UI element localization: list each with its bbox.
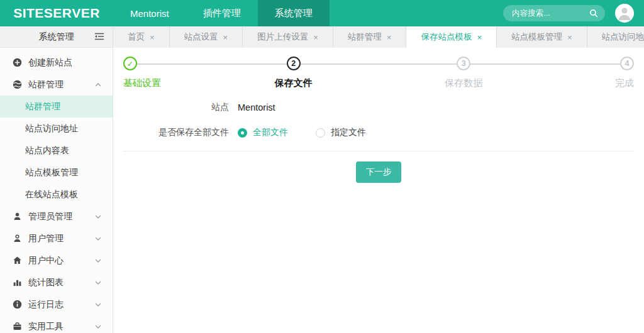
chevron-down-icon: [95, 259, 101, 263]
app-window: SITESERVER Mentorist 插件管理 系统管理: [0, 0, 644, 333]
sidebar-item-label: 运行日志: [28, 299, 64, 310]
sidebar-subitem-template-manage[interactable]: 站点模板管理: [0, 161, 113, 183]
content-search: [503, 5, 605, 21]
chevron-up-icon: [95, 83, 101, 87]
sidebar-item-label: 管理员管理: [28, 211, 72, 222]
chevron-down-icon: [95, 281, 101, 285]
close-icon[interactable]: ×: [387, 33, 392, 42]
nav-item-label: 系统管理: [275, 8, 313, 19]
sidebar-header: 系统管理: [0, 26, 113, 48]
sidebar-subitem-online-templates[interactable]: 在线站点模板: [0, 183, 113, 205]
radio-all-files[interactable]: 全部文件: [238, 127, 288, 138]
close-icon[interactable]: ×: [477, 33, 482, 42]
radio-checked-icon[interactable]: [238, 128, 247, 138]
page-content: ✓ 2 3 4 基础设置 保存文件 保存数据 完成 站点 Mentorist 是…: [113, 48, 644, 333]
tab-bar: 首页 × 站点设置 × 图片上传设置 × 站群管理 × 保存站点模板 ×: [113, 26, 644, 48]
sidebar-item-user-manage[interactable]: 用户管理: [0, 227, 113, 249]
chevron-down-icon: [95, 325, 101, 329]
sidebar-item-user-center[interactable]: 用户中心: [0, 249, 113, 271]
content-column: 首页 × 站点设置 × 图片上传设置 × 站群管理 × 保存站点模板 ×: [113, 26, 644, 333]
tab-site-group[interactable]: 站群管理 ×: [333, 26, 407, 48]
nav-item-plugins[interactable]: 插件管理: [186, 0, 258, 26]
radio-all-files-label: 全部文件: [253, 127, 288, 138]
sidebar-item-create-site[interactable]: 创建新站点: [0, 52, 113, 74]
collapse-sidebar-icon[interactable]: [94, 32, 104, 41]
site-label: 站点: [123, 102, 238, 113]
sidebar-subitem-site-group[interactable]: 站群管理: [0, 96, 113, 117]
form-row-save-all: 是否保存全部文件 全部文件 指定文件: [123, 119, 634, 146]
radio-unchecked-icon[interactable]: [316, 128, 325, 138]
sidebar-subitem-label: 站点访问地址: [25, 123, 78, 134]
top-nav: Mentorist 插件管理 系统管理: [113, 0, 330, 26]
tab-home[interactable]: 首页 ×: [113, 26, 170, 48]
sidebar-item-label: 创建新站点: [28, 57, 72, 68]
step-2-circle: 2: [287, 57, 301, 70]
sidebar-item-statistics[interactable]: 统计图表: [0, 271, 113, 293]
sidebar-subitem-label: 站点模板管理: [25, 167, 78, 178]
topbar: SITESERVER Mentorist 插件管理 系统管理: [0, 0, 644, 26]
chevron-down-icon: [95, 303, 101, 307]
tab-save-site-template[interactable]: 保存站点模板 ×: [406, 26, 497, 48]
user-avatar[interactable]: [615, 4, 634, 23]
tab-label: 首页: [128, 31, 145, 43]
nav-item-label: Mentorist: [130, 8, 169, 19]
form-row-site: 站点 Mentorist: [123, 96, 634, 119]
sidebar-subitem-label: 在线站点模板: [25, 189, 78, 200]
sidebar-subitem-site-urls[interactable]: 站点访问地址: [0, 117, 113, 139]
siteserver-logo: SITESERVER: [0, 6, 113, 21]
close-icon[interactable]: ×: [150, 33, 155, 42]
next-step-button[interactable]: 下一步: [356, 161, 402, 183]
step-4-circle: 4: [620, 57, 634, 70]
home-icon: [13, 256, 23, 265]
tab-label: 站点设置: [184, 31, 218, 43]
sidebar-subitem-label: 站点内容表: [25, 145, 69, 156]
step-4-label: 完成: [615, 77, 634, 89]
user-icon: [13, 234, 23, 243]
sidebar-menu: 创建新站点 站群管理 站群管理 站点访问地址: [0, 48, 113, 333]
search-icon[interactable]: [589, 9, 598, 18]
globe-icon: [13, 80, 23, 89]
tab-label: 站群管理: [348, 31, 382, 43]
briefcase-icon: [13, 322, 23, 331]
sidebar-item-label: 用户管理: [28, 233, 64, 244]
tab-label: 保存站点模板: [421, 31, 472, 43]
radio-specified-files-label: 指定文件: [331, 127, 366, 138]
sidebar-subitem-content-tables[interactable]: 站点内容表: [0, 139, 113, 161]
topbar-right: [503, 4, 644, 23]
tab-site-urls[interactable]: 站点访问地址 ×: [587, 26, 644, 48]
nav-item-label: 插件管理: [203, 8, 241, 19]
info-circle-icon: [13, 300, 23, 309]
plus-circle-icon: [13, 58, 23, 67]
sidebar: 系统管理 创建新站点 站群管理: [0, 26, 113, 333]
step-3-circle: 3: [457, 57, 470, 70]
content-divider: [123, 151, 634, 151]
site-value: Mentorist: [238, 102, 275, 112]
step-1-check-icon: ✓: [123, 57, 137, 70]
step-3-label: 保存数据: [445, 77, 482, 89]
tab-site-template-manage[interactable]: 站点模板管理 ×: [497, 26, 587, 48]
nav-item-system[interactable]: 系统管理: [258, 0, 330, 26]
close-icon[interactable]: ×: [567, 33, 572, 42]
stepper-line: [128, 63, 629, 65]
tab-image-upload-settings[interactable]: 图片上传设置 ×: [243, 26, 333, 48]
sidebar-item-site-group[interactable]: 站群管理: [0, 74, 113, 96]
nav-item-site[interactable]: Mentorist: [113, 0, 186, 26]
bar-chart-icon: [13, 278, 23, 287]
sidebar-item-run-logs[interactable]: 运行日志: [0, 293, 113, 315]
tab-site-settings[interactable]: 站点设置 ×: [170, 26, 243, 48]
wizard-stepper: ✓ 2 3 4 基础设置 保存文件 保存数据 完成: [123, 57, 634, 96]
sidebar-item-utilities[interactable]: 实用工具: [0, 315, 113, 333]
sidebar-item-label: 统计图表: [28, 277, 64, 288]
chevron-down-icon: [95, 215, 101, 219]
radio-specified-files[interactable]: 指定文件: [316, 127, 366, 138]
admin-user-icon: [13, 212, 23, 221]
step-1-label: 基础设置: [123, 77, 161, 89]
sidebar-item-label: 用户中心: [28, 255, 64, 266]
chevron-down-icon: [95, 237, 101, 241]
button-row: 下一步: [123, 161, 634, 183]
close-icon[interactable]: ×: [223, 33, 228, 42]
sidebar-item-admin-manage[interactable]: 管理员管理: [0, 205, 113, 227]
step-2-label: 保存文件: [275, 77, 313, 89]
tab-label: 图片上传设置: [257, 31, 308, 43]
close-icon[interactable]: ×: [313, 33, 318, 42]
